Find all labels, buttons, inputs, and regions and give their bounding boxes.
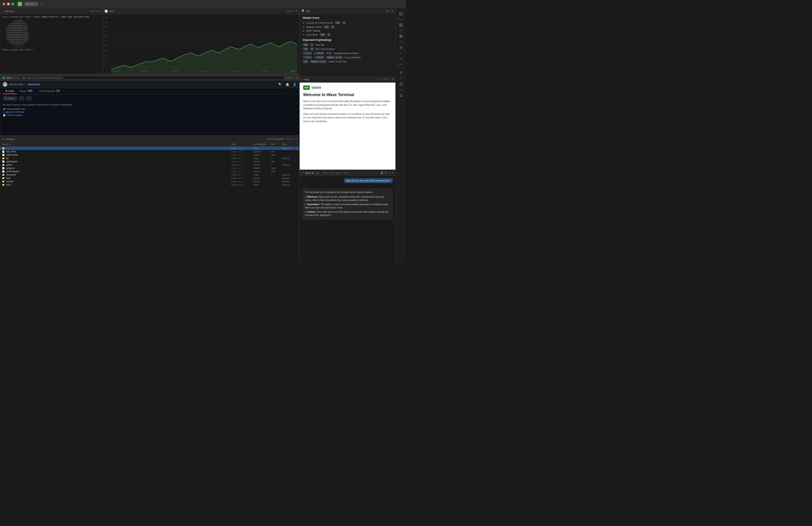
file-row-varn[interactable]: 📁.varn drwxr-xr-x 5/2/24 - directory [0,183,299,186]
star-button[interactable]: ☆ [26,96,32,101]
sidebar-item-help[interactable]: ? [397,80,405,88]
url-bar[interactable]: https://github.com/wavetermdev/waveterm [20,76,284,80]
issues-tab-label: Issues [19,90,26,92]
terminal-content[interactable]: (base) ◆ assets git:(main) ✗ ascii-image… [0,14,102,74]
help-block-header: ? Help ‹ › ⌂ ↗ ⚙ ⤢ ✕ [300,76,395,83]
file-date: Today [253,147,271,150]
open-source-link[interactable]: open-source [316,100,329,102]
ai-resize-handle[interactable]: ⋮⋮ [302,185,393,188]
traffic-light-yellow[interactable] [7,3,10,5]
sidebar-item-ai[interactable] [397,43,405,52]
help-nav-back[interactable]: ‹ [376,78,377,81]
sidebar-item-terminal[interactable] [397,10,405,18]
tab-t1[interactable]: T1 📌 ✕ [24,2,39,6]
web-nav-back[interactable]: ‹ [13,76,13,79]
tips-expand-icon[interactable]: ⤢ [389,10,391,12]
file-row-dsstore[interactable]: 📄.DS_Store -rw-r--r-- 11/13/24 10k [0,150,299,153]
help-nav-forward[interactable]: › [378,78,379,81]
preview-refresh-icon[interactable]: ↻ [287,138,289,140]
fork-button[interactable]: ⑂ [19,96,24,101]
traffic-light-green[interactable] [12,3,14,5]
sidebar-item-notifications[interactable] [397,91,405,99]
file-row-editorconfig[interactable]: 📄.editorconfig -rw-r--r-- 12/4/24 206b [0,153,299,157]
web-settings-icon[interactable]: ⚙ [289,76,291,79]
github-description: An open-source, cross-platform terminal … [0,102,299,107]
sidebar-item-tips[interactable] [397,69,405,77]
sidebar-item-sysinfo[interactable] [397,55,405,63]
tips-keybindings-title: Important Keybindings [303,39,392,42]
github-search-icon[interactable]: 🔍 [278,83,282,86]
terminal-close-icon[interactable]: ✕ [99,10,101,13]
web-nav-home[interactable]: ⌂ [17,76,18,79]
file-row-dotdot[interactable]: 📁.. drwxr-xr-x Today - directory [0,147,299,150]
github-username[interactable]: wavetermdev [9,83,24,86]
github-nav: wavetermdev / waveterm 🔍 🔔 👤 [0,81,299,88]
github-tab-issues[interactable]: Issues 180 [17,88,35,94]
file-row-gitattributes[interactable]: 📄.gitattributes -rw-r--r-- 12/4/24 18b [0,160,299,163]
github-license[interactable]: ⚖ Apache-2.0 license [3,111,296,113]
github-more-button[interactable]: ··· [294,88,296,94]
ai-settings-icon[interactable]: ⚙ [385,171,387,174]
col-name[interactable]: Name ▲ [2,143,231,145]
web-refresh-icon[interactable]: ↻ [285,76,287,79]
preview-settings-icon[interactable]: ⚙ [290,138,292,140]
file-row-vscode[interactable]: 📁.vscode drwxr-xr-x 12/2/24 - directory [0,180,299,183]
traffic-light-red[interactable] [3,3,5,5]
github-website[interactable]: 🔗 www.waveterm.dev [3,108,296,110]
cpu-settings-icon[interactable]: ⚙ [290,10,292,13]
web-block: 🌐 Web ‹ › ⌂ https://github.com/wavetermd… [0,74,300,136]
file-row-git[interactable]: 📁.git drwxr-xr-x Today - directory [0,157,299,160]
file-row-github[interactable]: 📁.github drwxr-xr-x 12/2/24 - directory [0,163,299,167]
ai-speaker-icon[interactable]: 🔊 [380,171,383,174]
file-size: 118b [271,170,282,173]
help-settings-icon[interactable]: ⚙ [386,78,388,81]
file-type: directory [282,147,298,150]
file-row-storybook[interactable]: 📁.storybook drwxr-xr-x Today - directory [0,173,299,176]
github-tab-code[interactable]: ◈ Code [3,88,17,94]
sidebar-label-files: files [399,29,402,31]
preview-close-icon[interactable]: ✕ [295,138,298,140]
github-conduct[interactable]: 📋 Code of conduct [3,114,296,116]
terminal-settings-icon[interactable]: ⚙ [93,10,95,13]
sidebar-item-files[interactable] [397,21,405,29]
sidebar: terminal files web ai [395,8,406,263]
wave-logo-header: wave [303,85,392,90]
file-row-prettierignore[interactable]: 📄.prettierignore -rw-r--r-- 12/4/24 118b [0,170,299,173]
y-axis-100: 100 [105,16,108,18]
kbd-cmd: Cmd [324,25,330,28]
github-avatar[interactable]: 👤 [293,83,296,86]
getting-started-link[interactable]: Getting Started [315,107,331,110]
help-expand-icon[interactable]: ⤢ [389,78,391,81]
cpu-time-label: time → [291,70,298,72]
ai-model-selector[interactable]: Global default (gpt-4o-mini) ▾ [320,171,352,175]
file-row-task[interactable]: 📁.task drwxr-xr-x 9/20/24 - directory [0,176,299,180]
cpu-expand-icon[interactable]: ⤢ [293,10,294,13]
tab-close-icon[interactable]: ✕ [34,3,36,5]
terminal-expand-icon[interactable]: ⤢ [96,10,98,13]
add-tab-button[interactable]: + [41,2,43,6]
sidebar-label-ai: ai [400,52,401,54]
web-expand-icon[interactable]: ⤢ [292,76,294,79]
watch-button[interactable]: 👁 Watch [3,96,17,101]
sidebar-item-web[interactable] [397,32,405,40]
tips-close-icon[interactable]: ✕ [392,10,394,12]
help-home-icon[interactable]: ⌂ [380,78,381,81]
tip-new-tab: Cmd T New Tab [303,43,392,46]
github-logo [3,82,7,87]
github-tab-prs[interactable]: ⑂ Pull requests 12 [36,88,63,94]
tips-settings-icon[interactable]: ⚙ [386,10,388,12]
ai-close-icon[interactable]: ✕ [392,171,394,174]
y-axis-90: 90 [105,21,108,23]
tip-new-terminal: Cmd N New Terminal Block [303,47,392,51]
file-row-gitignore[interactable]: 📄.gitignore -rw-r--r-- 12/4/24 325b [0,167,299,170]
preview-expand-icon[interactable]: ⤢ [293,138,294,140]
web-close-icon[interactable]: ✕ [295,76,298,79]
tip-focus-nth: ^ Ctrl ⇧ Shift Number (1-9) Focus Nth Bl… [303,56,392,59]
github-bell-icon[interactable]: 🔔 [286,83,289,86]
help-external-icon[interactable]: ↗ [383,78,385,81]
web-nav-forward[interactable]: › [15,76,16,79]
cpu-close-icon[interactable]: ✕ [295,10,298,13]
ai-expand-icon[interactable]: ⤢ [388,171,390,174]
help-close-icon[interactable]: ✕ [392,78,394,81]
github-repo-name[interactable]: waveterm [28,83,40,86]
